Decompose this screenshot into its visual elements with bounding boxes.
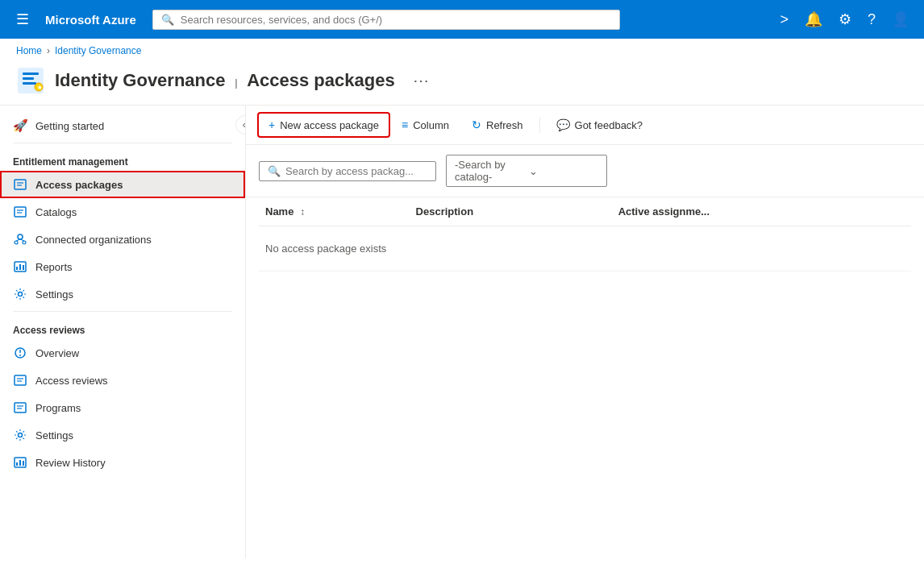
global-search-box[interactable]: 🔍: [152, 10, 620, 30]
help-icon[interactable]: ?: [863, 8, 880, 31]
access-packages-label: Access packages: [35, 179, 123, 191]
svg-point-13: [15, 241, 18, 244]
svg-rect-3: [23, 82, 36, 85]
sort-icon-name: ↕: [300, 206, 305, 218]
terminal-icon[interactable]: >: [775, 8, 793, 31]
col-description: Description: [410, 197, 612, 226]
refresh-label: Refresh: [486, 119, 523, 131]
refresh-button[interactable]: ↻ Refresh: [462, 114, 533, 136]
table-container: Name ↕ Description Active assignme... No: [246, 197, 924, 558]
sidebar-item-overview[interactable]: Overview: [0, 339, 245, 367]
access-package-search-input[interactable]: [285, 165, 427, 177]
col-name[interactable]: Name ↕: [259, 197, 410, 226]
sidebar-item-reports[interactable]: Reports: [0, 253, 245, 280]
access-reviews-section-label: Access reviews: [0, 315, 245, 339]
column-icon: ≡: [402, 118, 408, 131]
programs-label: Programs: [35, 402, 81, 414]
svg-point-12: [18, 234, 23, 239]
connected-orgs-label: Connected organizations: [35, 234, 152, 246]
sidebar-item-connected-organizations[interactable]: Connected organizations: [0, 226, 245, 253]
content-area: + New access package ≡ Column ↻ Refresh …: [246, 106, 924, 558]
access-packages-icon: [13, 177, 27, 192]
sidebar-item-access-packages[interactable]: Access packages: [0, 171, 245, 198]
main-layout: « 🚀 Getting started Entitlement manageme…: [0, 106, 924, 558]
access-reviews-label: Access reviews: [35, 375, 108, 387]
svg-point-24: [19, 354, 21, 356]
sidebar-item-programs[interactable]: Programs: [0, 394, 245, 421]
settings-entitlement-label: Settings: [35, 288, 73, 301]
settings-reviews-icon: [13, 428, 27, 442]
svg-rect-20: [23, 265, 24, 270]
catalogs-label: Catalogs: [35, 206, 77, 218]
catalog-dropdown-arrow: ⌄: [529, 165, 598, 177]
plus-icon: +: [268, 118, 275, 131]
feedback-button[interactable]: 💬 Got feedback?: [547, 114, 653, 136]
col-active-assignments: Active assignme...: [612, 197, 911, 226]
page-more-button[interactable]: ⋯: [408, 69, 434, 92]
svg-line-16: [20, 239, 24, 241]
col-active-assignments-label: Active assignme...: [618, 205, 710, 218]
sidebar-divider-2: [13, 311, 232, 312]
search-box-icon: 🔍: [268, 165, 281, 177]
sidebar-item-access-reviews[interactable]: Access reviews: [0, 367, 245, 394]
table-empty-row: No access package exists: [259, 226, 911, 271]
svg-rect-18: [16, 267, 18, 270]
overview-icon: [13, 346, 27, 360]
review-history-icon: [13, 455, 27, 470]
svg-rect-33: [16, 462, 18, 466]
page-title-block: Identity Governance | Access packages: [55, 70, 395, 91]
page-icon: ★: [16, 66, 45, 95]
feedback-label: Got feedback?: [575, 119, 643, 131]
sidebar-item-settings-reviews[interactable]: Settings: [0, 421, 245, 449]
account-icon[interactable]: 👤: [887, 7, 914, 31]
svg-rect-34: [19, 460, 21, 466]
svg-rect-19: [19, 264, 21, 270]
svg-rect-9: [15, 207, 26, 217]
notifications-icon[interactable]: 🔔: [800, 7, 827, 31]
governance-icon: ★: [16, 66, 45, 95]
empty-message: No access package exists: [259, 226, 911, 271]
svg-rect-35: [23, 461, 24, 466]
svg-rect-28: [15, 403, 26, 412]
sidebar: « 🚀 Getting started Entitlement manageme…: [0, 106, 246, 558]
svg-point-31: [19, 433, 23, 437]
new-package-label: New access package: [280, 119, 379, 131]
col-description-label: Description: [416, 205, 474, 218]
sidebar-item-catalogs[interactable]: Catalogs: [0, 198, 245, 226]
breadcrumb-separator: ›: [47, 45, 50, 56]
collapse-icon: «: [243, 119, 246, 131]
page-header: ★ Identity Governance | Access packages …: [0, 63, 924, 106]
breadcrumb-home[interactable]: Home: [16, 45, 42, 56]
review-history-label: Review History: [35, 457, 106, 469]
svg-rect-6: [15, 180, 26, 189]
feedback-icon: 💬: [556, 118, 570, 131]
breadcrumb-section[interactable]: Identity Governance: [55, 45, 141, 56]
connected-orgs-icon: [13, 232, 27, 247]
col-name-label: Name: [265, 205, 293, 218]
svg-rect-25: [15, 375, 26, 385]
page-title-main: Identity Governance: [55, 70, 226, 90]
sidebar-item-review-history[interactable]: Review History: [0, 449, 245, 476]
sidebar-item-getting-started[interactable]: 🚀 Getting started: [0, 112, 245, 139]
search-icon: 🔍: [161, 14, 174, 26]
global-search-input[interactable]: [181, 14, 611, 26]
access-package-search-box[interactable]: 🔍: [259, 161, 436, 181]
settings-icon[interactable]: ⚙: [834, 7, 856, 31]
page-title-sep: |: [235, 77, 237, 89]
sidebar-divider-1: [13, 143, 232, 143]
sidebar-item-settings-entitlement[interactable]: Settings: [0, 280, 245, 308]
table-header-row: Name ↕ Description Active assignme...: [259, 197, 911, 226]
page-title-sub: Access packages: [247, 70, 394, 90]
catalogs-icon: [13, 205, 27, 219]
reports-label: Reports: [35, 261, 73, 273]
svg-point-14: [23, 241, 26, 244]
breadcrumb: Home › Identity Governance: [0, 39, 924, 63]
svg-rect-1: [23, 73, 39, 75]
hamburger-icon[interactable]: ☰: [10, 7, 35, 31]
svg-rect-2: [23, 77, 34, 80]
column-label: Column: [413, 119, 449, 131]
new-access-package-button[interactable]: + New access package: [259, 114, 389, 136]
column-button[interactable]: ≡ Column: [392, 114, 459, 136]
catalog-dropdown[interactable]: -Search by catalog- ⌄: [446, 155, 607, 187]
toolbar-separator: [539, 117, 540, 133]
